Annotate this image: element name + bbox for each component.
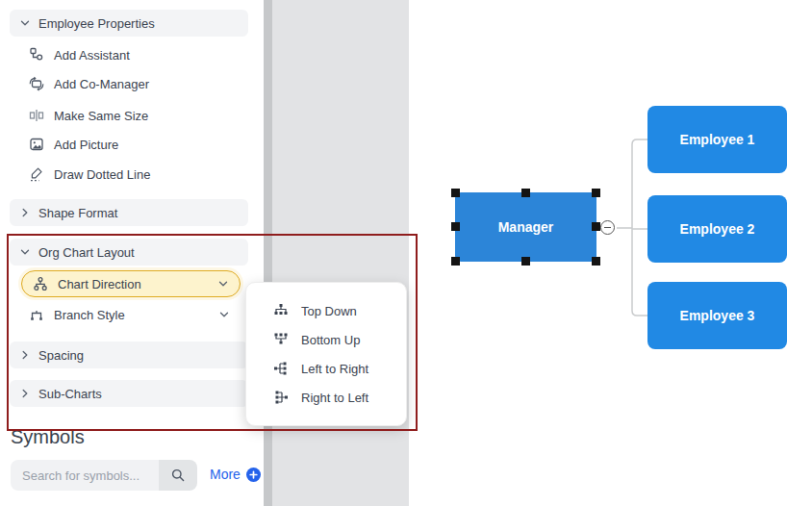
minus-icon	[604, 227, 611, 229]
section-header-employee-properties[interactable]: Employee Properties	[10, 10, 248, 37]
chevron-down-icon	[218, 309, 230, 320]
search-button[interactable]	[159, 460, 197, 491]
chart-direction-menu: Top Down Bottom Up Left to Right Right t…	[245, 282, 407, 426]
plus-circle-icon	[246, 468, 261, 482]
selection-handle[interactable]	[521, 189, 530, 197]
section-header-spacing[interactable]: Spacing	[10, 342, 248, 368]
menu-item-label: Bottom Up	[301, 333, 360, 347]
chevron-down-icon	[217, 278, 229, 290]
section-label: Sub-Charts	[38, 387, 102, 401]
menu-item-bottom-up[interactable]: Bottom Up	[246, 325, 406, 354]
node-employee-3[interactable]: Employee 3	[647, 282, 787, 349]
add-picture-icon	[29, 137, 44, 152]
menu-item-label: Add Picture	[54, 138, 118, 152]
section-label: Shape Format	[38, 206, 117, 220]
selection-handle[interactable]	[451, 222, 460, 231]
menu-item-add-assistant[interactable]: Add Assistant	[29, 44, 241, 65]
menu-item-right-to-left[interactable]: Right to Left	[246, 383, 406, 412]
bottom-up-icon	[273, 332, 289, 347]
chevron-down-icon	[19, 246, 31, 258]
chevron-down-icon	[19, 17, 31, 29]
make-same-size-icon	[29, 108, 44, 123]
node-manager[interactable]: Manager	[455, 192, 596, 262]
selection-handle[interactable]	[592, 222, 600, 231]
menu-item-label: Left to Right	[301, 362, 368, 376]
top-down-icon	[273, 303, 289, 318]
branch-style-button[interactable]: Branch Style	[21, 301, 241, 328]
menu-item-label: Draw Dotted Line	[54, 167, 150, 182]
menu-item-label: Right to Left	[301, 391, 368, 405]
section-header-shape-format[interactable]: Shape Format	[10, 199, 248, 226]
selection-handle[interactable]	[592, 189, 600, 197]
node-label: Manager	[498, 219, 554, 235]
chevron-right-icon	[19, 349, 31, 361]
selection-handle[interactable]	[521, 257, 530, 266]
panel-scrollbar[interactable]	[264, 0, 272, 506]
add-assistant-icon	[29, 47, 44, 63]
menu-item-label: Add Co-Manager	[54, 77, 149, 91]
panel-gutter	[272, 0, 409, 506]
menu-item-add-co-manager[interactable]: Add Co-Manager	[29, 73, 241, 94]
node-label: Employee 3	[680, 308, 755, 323]
more-link[interactable]: More	[210, 467, 261, 482]
more-label: More	[210, 467, 241, 482]
chevron-right-icon	[19, 207, 31, 218]
section-label: Employee Properties	[38, 16, 155, 31]
node-employee-1[interactable]: Employee 1	[647, 106, 787, 173]
menu-item-label: Add Assistant	[54, 48, 130, 63]
selection-handle[interactable]	[592, 257, 600, 266]
right-to-left-icon	[273, 390, 289, 405]
menu-item-label: Top Down	[301, 304, 357, 318]
section-header-sub-charts[interactable]: Sub-Charts	[10, 380, 248, 407]
menu-item-top-down[interactable]: Top Down	[246, 296, 406, 325]
menu-item-label: Make Same Size	[54, 109, 148, 123]
menu-item-add-picture[interactable]: Add Picture	[29, 134, 241, 155]
symbols-heading: Symbols	[11, 426, 85, 448]
selection-handle[interactable]	[451, 189, 460, 197]
symbols-search-bar	[11, 460, 197, 491]
format-sidebar: Employee Properties Add Assistant Add Co…	[0, 0, 264, 506]
draw-dotted-line-icon	[29, 166, 44, 182]
node-label: Employee 2	[680, 221, 755, 237]
node-label: Employee 1	[680, 132, 755, 147]
menu-item-make-same-size[interactable]: Make Same Size	[29, 105, 241, 126]
chart-direction-icon	[33, 276, 48, 291]
search-icon	[170, 468, 186, 483]
add-co-manager-icon	[29, 76, 44, 91]
branch-style-icon	[29, 307, 44, 322]
left-to-right-icon	[273, 361, 289, 376]
search-input[interactable]	[11, 460, 159, 491]
chart-direction-button[interactable]: Chart Direction	[21, 270, 241, 297]
menu-item-left-to-right[interactable]: Left to Right	[246, 354, 406, 383]
selection-handle[interactable]	[451, 257, 460, 266]
node-employee-2[interactable]: Employee 2	[647, 195, 787, 263]
org-chart-app-window: Employee Properties Add Assistant Add Co…	[0, 0, 812, 506]
collapse-branch-toggle[interactable]	[600, 220, 615, 235]
chevron-right-icon	[19, 388, 31, 399]
section-label: Org Chart Layout	[38, 245, 135, 260]
section-label: Spacing	[38, 348, 84, 363]
button-label: Chart Direction	[58, 277, 141, 291]
menu-item-draw-dotted-line[interactable]: Draw Dotted Line	[29, 164, 241, 185]
section-header-org-chart-layout[interactable]: Org Chart Layout	[10, 239, 248, 266]
button-label: Branch Style	[54, 308, 125, 322]
